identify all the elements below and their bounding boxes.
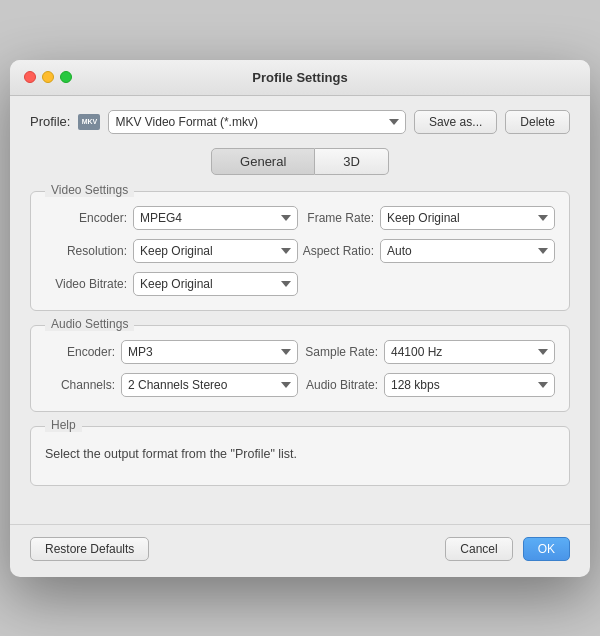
profile-settings-window: Profile Settings Profile: MKV MKV Video … xyxy=(10,60,590,577)
audio-encoder-select[interactable]: MP3AACOGGFLACWAV xyxy=(121,340,298,364)
minimize-button[interactable] xyxy=(42,71,54,83)
video-bitrate-select[interactable]: Keep Original512 kbps1024 kbps2048 kbps xyxy=(133,272,298,296)
audio-settings-title: Audio Settings xyxy=(45,317,134,331)
encoder-label: Encoder: xyxy=(45,211,127,225)
audio-settings-section: Audio Settings Encoder: MP3AACOGGFLACWAV… xyxy=(30,325,570,412)
window-title: Profile Settings xyxy=(252,70,347,85)
mkv-icon: MKV xyxy=(78,114,100,130)
aspect-ratio-label: Aspect Ratio: xyxy=(302,244,374,258)
channels-row: Channels: 2 Channels Stereo1 Channel Mon… xyxy=(45,373,298,397)
audio-bitrate-row: Audio Bitrate: 128 kbps64 kbps192 kbps25… xyxy=(302,373,555,397)
help-title: Help xyxy=(45,418,82,432)
restore-defaults-button[interactable]: Restore Defaults xyxy=(30,537,149,561)
profile-select[interactable]: MKV Video Format (*.mkv)MP4 Video Format… xyxy=(108,110,405,134)
profile-label: Profile: xyxy=(30,114,70,129)
delete-button[interactable]: Delete xyxy=(505,110,570,134)
tabs: General 3D xyxy=(30,148,570,175)
video-settings-title: Video Settings xyxy=(45,183,134,197)
audio-encoder-row: Encoder: MP3AACOGGFLACWAV xyxy=(45,340,298,364)
help-section: Help Select the output format from the "… xyxy=(30,426,570,486)
cancel-button[interactable]: Cancel xyxy=(445,537,512,561)
video-bitrate-row: Video Bitrate: Keep Original512 kbps1024… xyxy=(45,272,298,296)
encoder-row: Encoder: MPEG4H.264H.265VP8VP9 xyxy=(45,206,298,230)
frame-rate-row: Frame Rate: Keep Original24 fps25 fps30 … xyxy=(302,206,555,230)
ok-button[interactable]: OK xyxy=(523,537,570,561)
sample-rate-select[interactable]: 44100 Hz22050 Hz48000 Hz96000 Hz xyxy=(384,340,555,364)
resolution-row: Resolution: Keep Original1920x10801280x7… xyxy=(45,239,298,263)
save-as-button[interactable]: Save as... xyxy=(414,110,497,134)
tab-3d[interactable]: 3D xyxy=(315,148,389,175)
video-bitrate-label: Video Bitrate: xyxy=(45,277,127,291)
tab-general[interactable]: General xyxy=(211,148,315,175)
channels-label: Channels: xyxy=(45,378,115,392)
audio-encoder-label: Encoder: xyxy=(45,345,115,359)
resolution-select[interactable]: Keep Original1920x10801280x720854x480 xyxy=(133,239,298,263)
sample-rate-row: Sample Rate: 44100 Hz22050 Hz48000 Hz960… xyxy=(302,340,555,364)
resolution-label: Resolution: xyxy=(45,244,127,258)
profile-row: Profile: MKV MKV Video Format (*.mkv)MP4… xyxy=(30,110,570,134)
aspect-ratio-row: Aspect Ratio: Auto4:316:916:10 xyxy=(302,239,555,263)
frame-rate-select[interactable]: Keep Original24 fps25 fps30 fps60 fps xyxy=(380,206,555,230)
sample-rate-label: Sample Rate: xyxy=(302,345,378,359)
bottom-bar: Restore Defaults Cancel OK xyxy=(10,524,590,577)
main-content: Profile: MKV MKV Video Format (*.mkv)MP4… xyxy=(10,96,590,516)
bottom-right-buttons: Cancel OK xyxy=(445,537,570,561)
titlebar: Profile Settings xyxy=(10,60,590,96)
channels-select[interactable]: 2 Channels Stereo1 Channel Mono6 Channel… xyxy=(121,373,298,397)
frame-rate-label: Frame Rate: xyxy=(302,211,374,225)
traffic-lights xyxy=(24,71,72,83)
help-text: Select the output format from the "Profi… xyxy=(45,447,555,461)
audio-bitrate-select[interactable]: 128 kbps64 kbps192 kbps256 kbps320 kbps xyxy=(384,373,555,397)
video-settings-section: Video Settings Encoder: MPEG4H.264H.265V… xyxy=(30,191,570,311)
close-button[interactable] xyxy=(24,71,36,83)
encoder-select[interactable]: MPEG4H.264H.265VP8VP9 xyxy=(133,206,298,230)
aspect-ratio-select[interactable]: Auto4:316:916:10 xyxy=(380,239,555,263)
audio-bitrate-label: Audio Bitrate: xyxy=(302,378,378,392)
maximize-button[interactable] xyxy=(60,71,72,83)
